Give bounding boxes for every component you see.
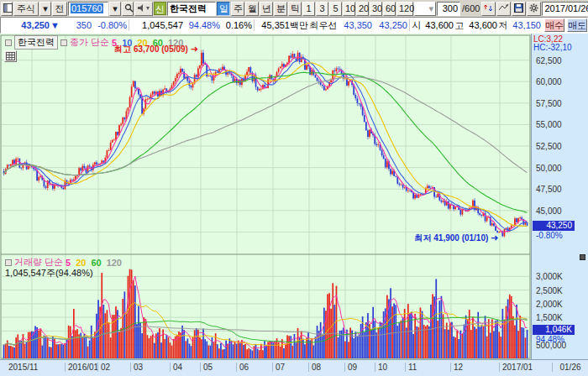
interval-button-group: 13510203060120 [302,2,413,16]
trendline-icon[interactable] [496,2,511,16]
change-direction-icon: ▼ [50,20,60,30]
current-price-percent: -0.80% [536,231,563,240]
current-volume-percent: 94.48% [536,335,564,344]
asset-type-select[interactable]: 주식 [13,2,39,16]
period-button-일[interactable]: 일 [217,2,230,16]
low-annotation-text: 최저 41,900 (01/10) [415,233,489,243]
date-label-2015-11: 2015/11 [6,363,38,372]
quote-bar: 43,250 ▼ 350 -0.80% 1,045,547 94.48% 0.1… [0,17,588,34]
vol-ma-60-label: 60 [91,258,101,268]
period-button-틱[interactable]: 틱 [288,2,302,16]
best-bid: 43,250 [372,20,407,30]
bar-width-select[interactable]: ▾ [414,2,436,16]
period-button-년[interactable]: 년 [260,2,273,16]
interval-button-5[interactable]: 5 [329,2,342,16]
price-tick-55000: 55,000 [536,120,562,129]
new-issue-badge: 신 [154,2,166,15]
save-icon[interactable] [512,2,526,16]
low-label: 저 [497,19,509,32]
price-tick-60000: 60,000 [536,77,562,86]
visible-bars-input[interactable]: 300 [437,2,460,16]
date-label-08: 08 [308,363,321,372]
low-price: 43,150 [509,20,541,30]
date-axis[interactable]: 2015/112016/0102030405060708091011122017… [0,359,588,376]
date-label-04: 04 [170,363,182,372]
sound-icon[interactable] [134,2,153,16]
chart-region: 한국전력 종가 단순 5102060120 최고 63,700 (05/09) … [0,34,588,376]
best-quote-label: 최우선 [308,19,339,32]
interval-button-1[interactable]: 1 [302,2,315,16]
arrow-right-icon: ➜ [191,44,198,54]
turnover-percent: 0.16% [220,20,252,30]
high-annotation-text: 최고 63,700 (05/09) [114,44,188,54]
volume-value: 1,045,547 [131,20,183,30]
current-volume-tag: 1,046K [533,325,575,335]
hc-value: HC:-32,10 [533,43,572,52]
grid-tool-button[interactable] [4,50,17,62]
window-panel-button[interactable] [1,2,13,16]
period-button-월[interactable]: 월 [245,2,259,16]
legend-price-type: 종가 단순 [70,36,109,49]
interval-button-20[interactable]: 20 [356,2,369,16]
date-label-03: 03 [130,363,143,372]
pane-resize-icon[interactable] [580,254,585,260]
code-dropdown-icon[interactable]: ▾ [109,2,121,16]
price-axis[interactable]: LC:3,22 HC:-32,10 62,50060,00057,50055,0… [531,34,588,359]
high-label: 고 [454,19,465,32]
open-label: 시 [412,19,422,32]
price-tick-50000: 50,000 [536,164,562,173]
legend-checkbox-icon[interactable] [5,39,12,46]
current-price: 43,250 [1,20,50,30]
vol-ma-20-label: 20 [76,258,86,268]
search-icon[interactable] [122,2,134,16]
date-label-05: 05 [200,363,213,372]
compare-arrows-icon[interactable] [481,2,496,16]
price-tick-57500: 57,500 [536,99,562,108]
chart-date-value: 2017/01/26 [544,3,588,15]
volume-ratio: 94.48% [183,20,220,30]
date-label-2016-01: 2016/01 [65,363,98,372]
stock-code-input[interactable]: 015760 [68,2,108,16]
stock-name-field[interactable]: 한국전력 [167,2,216,16]
period-button-주[interactable]: 주 [231,2,244,16]
current-price-tag: 43,250 [533,221,575,231]
price-tick-62500: 62,500 [536,56,562,65]
date-label-02: 02 [97,363,110,372]
change-value: 350 [60,20,92,30]
low-annotation: 최저 41,900 (01/10) ➜ [415,232,499,244]
open-price: 43,600 [422,20,454,30]
trade-value: 45,351백만 [256,19,308,32]
volume-ma-legend: 52060120 [66,258,122,268]
volume-tick-3000: 3,000K [536,272,563,281]
date-label-09: 09 [344,363,357,372]
buy-button[interactable]: 매수 [544,18,564,32]
best-ask: 43,350 [339,20,372,30]
date-label-06: 06 [236,363,249,372]
vol-ma-5-label: 5 [66,258,71,268]
legend-checkbox-icon[interactable] [60,39,67,46]
interval-button-10[interactable]: 10 [343,2,355,16]
chart-date-field[interactable]: 2017/01/26 [542,2,588,16]
price-tick-45000: 45,000 [536,206,562,216]
sell-button[interactable]: 매도 [567,18,587,32]
vol-ma-120-label: 120 [107,258,122,268]
last-date-label: 01/26 [552,363,588,372]
prev-stock-button[interactable]: 전 [52,2,67,16]
legend-checkbox-icon[interactable] [5,259,12,266]
volume-tick-2000: 2,000K [536,300,563,309]
interval-button-3[interactable]: 3 [316,2,328,16]
candlestick-chart[interactable] [0,34,531,359]
volume-tick-1500: 1,500K [536,313,563,322]
date-label-07: 07 [272,363,285,372]
period-button-분[interactable]: 분 [274,2,287,16]
interval-button-120[interactable]: 120 [396,2,413,16]
interval-button-60[interactable]: 60 [383,2,396,16]
asset-type-dropdown-icon[interactable]: ▾ [39,2,51,16]
period-button-group: 일주월년분틱 [217,2,302,16]
high-annotation: 최고 63,700 (05/09) ➜ [114,44,198,55]
interval-button-30[interactable]: 30 [370,2,382,16]
volume-tick-2500: 2,500K [536,286,563,295]
settings-gear-icon[interactable] [527,2,541,16]
legend-stock-name[interactable]: 한국전력 [14,35,58,50]
arrow-right-icon: ➜ [491,232,498,243]
